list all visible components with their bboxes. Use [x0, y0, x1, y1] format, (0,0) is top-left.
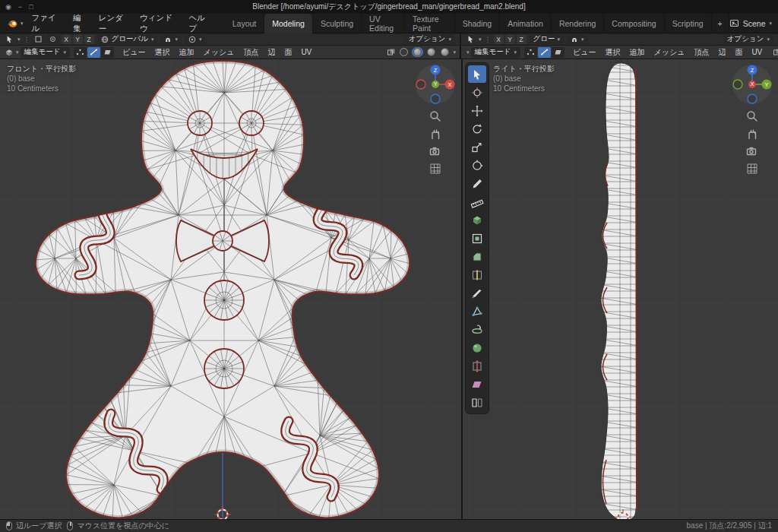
transform-orientation-dropdown[interactable]: グローバル ▾ — [97, 34, 158, 44]
grid-ortho-icon[interactable] — [429, 162, 442, 176]
tool-move[interactable] — [468, 102, 486, 119]
options-dropdown-left[interactable]: オプション ▾ — [405, 34, 455, 44]
viewport-menu-頂点[interactable]: 頂点 — [689, 46, 713, 59]
editor-type-icon[interactable] — [4, 48, 14, 57]
viewport-menu-ビュー[interactable]: ビュー — [568, 46, 600, 59]
tool-annotate[interactable] — [468, 175, 486, 192]
viewport-menu-辺[interactable]: 辺 — [263, 46, 280, 59]
tool-transform[interactable] — [468, 157, 486, 174]
grid-ortho-icon[interactable] — [745, 162, 759, 176]
active-tool-icon[interactable] — [466, 34, 476, 44]
tab-scripting[interactable]: Scripting — [665, 14, 712, 33]
viewport-menu-頂点[interactable]: 頂点 — [239, 46, 263, 59]
proportional-edit-dropdown[interactable]: ▾ — [185, 34, 206, 44]
viewport-canvas-front[interactable] — [0, 59, 461, 519]
tool-shear[interactable] — [468, 375, 486, 393]
shading-wireframe-button[interactable] — [398, 47, 410, 57]
shading-rendered-button[interactable] — [439, 47, 451, 57]
tab-rendering[interactable]: Rendering — [552, 14, 604, 33]
face-select-button[interactable] — [552, 47, 565, 58]
tab-shading[interactable]: Shading — [455, 14, 501, 33]
tool-spin[interactable] — [468, 321, 486, 338]
viewport-menu-ビュー[interactable]: ビュー — [118, 46, 150, 59]
pan-hand-icon[interactable] — [745, 127, 759, 141]
viewport-menu-メッシュ[interactable]: メッシュ — [649, 46, 689, 59]
tool-bevel[interactable] — [468, 248, 486, 265]
tool-rip-region[interactable] — [468, 394, 486, 411]
menu-ウィンドウ[interactable]: ウィンドウ — [134, 14, 184, 33]
tab-sculpting[interactable]: Sculpting — [313, 14, 362, 33]
tool-cursor-3d[interactable] — [468, 84, 486, 101]
viewport-menu-選択[interactable]: 選択 — [150, 46, 174, 59]
viewport-menu-面[interactable]: 面 — [280, 46, 296, 59]
viewport-menu-選択[interactable]: 選択 — [600, 46, 625, 59]
scene-selector[interactable]: Scene ▾ — [729, 18, 772, 28]
camera-view-icon[interactable] — [745, 144, 759, 158]
tab-animation[interactable]: Animation — [500, 14, 552, 33]
menu-ファイル[interactable]: ファイル — [27, 14, 68, 33]
snap-target-button[interactable] — [33, 34, 44, 44]
overflow-icon[interactable]: ⋮ — [485, 36, 491, 43]
zoom-icon[interactable] — [429, 109, 442, 123]
tab-compositing[interactable]: Compositing — [604, 14, 664, 33]
shading-solid-button[interactable] — [412, 47, 423, 57]
viewport-menu-辺[interactable]: 辺 — [713, 46, 730, 59]
axis-gizmo[interactable]: Z X Y — [414, 63, 457, 106]
tool-inset-faces[interactable] — [468, 230, 486, 247]
mode-dropdown[interactable]: 編集モード ▾ — [21, 47, 70, 58]
tab-layout[interactable]: Layout — [225, 14, 265, 33]
mode-dropdown[interactable]: 編集モード ▾ — [471, 47, 520, 58]
viewport-menu-面[interactable]: 面 — [730, 46, 747, 59]
tab-texture-paint[interactable]: Texture Paint — [405, 14, 455, 33]
tool-scale[interactable] — [468, 138, 486, 156]
mirror-x-toggle[interactable]: X — [62, 35, 71, 44]
edge-select-button[interactable] — [538, 47, 551, 58]
viewport-menu-追加[interactable]: 追加 — [625, 46, 649, 59]
dropdown-caret-icon[interactable]: ▾ — [453, 49, 456, 55]
options-dropdown-right[interactable]: オプション ▾ — [723, 34, 773, 44]
tool-poly-build[interactable] — [468, 302, 486, 320]
active-tool-icon[interactable] — [5, 34, 14, 44]
pivot-point-button[interactable] — [47, 34, 59, 44]
axis-gizmo[interactable]: Z Y X — [731, 63, 773, 106]
viewport-menu-UV[interactable]: UV — [296, 46, 316, 59]
snapping-dropdown[interactable]: ▾ — [160, 34, 182, 44]
xray-toggle-icon[interactable] — [773, 48, 778, 57]
xray-toggle-icon[interactable] — [387, 48, 396, 57]
camera-view-icon[interactable] — [429, 144, 442, 158]
window-minimize-icon[interactable]: − — [18, 3, 22, 11]
tool-edge-slide[interactable] — [468, 357, 486, 375]
tool-measure[interactable] — [468, 193, 486, 211]
tool-knife[interactable] — [468, 284, 486, 302]
mirror-y-toggle[interactable]: Y — [73, 35, 83, 44]
edge-select-button[interactable] — [87, 47, 100, 58]
viewport-menu-UV[interactable]: UV — [747, 46, 767, 59]
mirror-x-toggle[interactable]: X — [494, 35, 504, 44]
window-maximize-icon[interactable]: □ — [29, 3, 33, 11]
snapping-dropdown[interactable]: ▾ — [567, 34, 588, 44]
mirror-y-toggle[interactable]: Y — [505, 35, 515, 44]
tool-smooth[interactable] — [468, 339, 486, 356]
shading-material-button[interactable] — [425, 47, 437, 57]
add-workspace-button[interactable]: + — [712, 14, 729, 33]
overflow-icon[interactable]: ⋮ — [24, 36, 30, 43]
menu-ヘルプ[interactable]: ヘルプ — [183, 14, 217, 33]
face-select-button[interactable] — [101, 47, 114, 58]
tab-uv-editing[interactable]: UV Editing — [362, 14, 405, 33]
tab-modeling[interactable]: Modeling — [264, 14, 313, 33]
transform-orientation-dropdown[interactable]: グローバル ▾ — [530, 34, 565, 44]
vertex-select-button[interactable] — [524, 47, 537, 58]
mirror-z-toggle[interactable]: Z — [517, 35, 527, 44]
pan-hand-icon[interactable] — [429, 127, 442, 141]
tool-loop-cut[interactable] — [468, 266, 486, 283]
viewport-menu-メッシュ[interactable]: メッシュ — [198, 46, 239, 59]
menu-レンダー[interactable]: レンダー — [93, 14, 134, 33]
menu-編集[interactable]: 編集 — [68, 14, 93, 33]
window-menu-icon[interactable]: ◉ — [5, 3, 11, 11]
tool-rotate[interactable] — [468, 120, 486, 138]
blender-menu-button[interactable]: ▾ — [6, 18, 27, 29]
viewport-menu-追加[interactable]: 追加 — [174, 46, 198, 59]
tool-extrude-region[interactable] — [468, 211, 486, 229]
zoom-icon[interactable] — [745, 109, 759, 123]
vertex-select-button[interactable] — [74, 47, 87, 58]
